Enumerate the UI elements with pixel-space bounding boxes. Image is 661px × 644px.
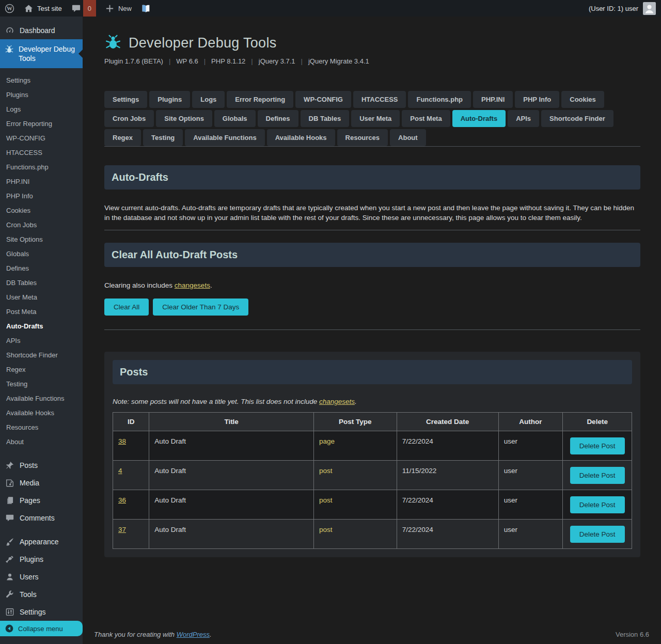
delete-post-button[interactable]: Delete Post bbox=[570, 526, 625, 543]
submenu-item-shortcode-finder[interactable]: Shortcode Finder bbox=[0, 348, 83, 363]
comments-link[interactable] bbox=[67, 0, 83, 17]
tab-regex[interactable]: Regex bbox=[104, 129, 141, 146]
post-id-link[interactable]: 4 bbox=[118, 467, 122, 475]
submenu-item-available-hooks[interactable]: Available Hooks bbox=[0, 406, 83, 420]
sidebar-item-label: Tools bbox=[20, 590, 37, 599]
post-type-value: post bbox=[319, 526, 333, 533]
site-name-link[interactable]: Test site bbox=[19, 0, 67, 17]
new-content-button[interactable]: New bbox=[100, 0, 136, 17]
tab-site-options[interactable]: Site Options bbox=[156, 110, 212, 127]
sidebar-item-comments[interactable]: Comments bbox=[0, 509, 83, 527]
cell-title: Auto Draft bbox=[149, 431, 314, 461]
post-id-link[interactable]: 36 bbox=[118, 496, 126, 504]
delete-post-button[interactable]: Delete Post bbox=[570, 437, 625, 454]
tab-user-meta[interactable]: User Meta bbox=[351, 110, 400, 127]
tab-wp-config[interactable]: WP-CONFIG bbox=[295, 91, 351, 108]
clear-older-button[interactable]: Clear Older Than 7 Days bbox=[153, 299, 248, 316]
tab-defines[interactable]: Defines bbox=[258, 110, 298, 127]
submenu-item-user-meta[interactable]: User Meta bbox=[0, 290, 83, 305]
submenu-item-cron-jobs[interactable]: Cron Jobs bbox=[0, 218, 83, 232]
tab-cookies[interactable]: Cookies bbox=[561, 91, 604, 108]
media-icon bbox=[5, 478, 15, 488]
footer: Thank you for creating with WordPress. V… bbox=[94, 621, 649, 644]
changesets-link[interactable]: changesets bbox=[319, 398, 355, 405]
submenu-item-php-info[interactable]: PHP Info bbox=[0, 189, 83, 203]
submenu-item-about[interactable]: About bbox=[0, 435, 83, 449]
changesets-link[interactable]: changesets bbox=[175, 281, 210, 289]
submenu-item-settings[interactable]: Settings bbox=[0, 73, 83, 88]
sidebar-item-appearance[interactable]: Appearance bbox=[0, 533, 83, 551]
tab-db-tables[interactable]: DB Tables bbox=[301, 110, 350, 127]
tab-plugins[interactable]: Plugins bbox=[149, 91, 190, 108]
tab-php-ini[interactable]: PHP.INI bbox=[473, 91, 513, 108]
cell-id: 37 bbox=[113, 520, 149, 549]
tab-htaccess[interactable]: HTACCESS bbox=[353, 91, 406, 108]
clear-all-button[interactable]: Clear All bbox=[104, 299, 149, 316]
sidebar-item-plugins[interactable]: Plugins bbox=[0, 551, 83, 568]
sidebar-item-label: Appearance bbox=[20, 538, 59, 546]
submenu-item-auto-drafts[interactable]: Auto-Drafts bbox=[0, 319, 83, 334]
cell-title: Auto Draft bbox=[149, 461, 314, 490]
submenu-item-db-tables[interactable]: DB Tables bbox=[0, 276, 83, 290]
wordpress-link[interactable]: WordPress bbox=[177, 631, 210, 638]
submenu-item-logs[interactable]: Logs bbox=[0, 102, 83, 117]
tab-error-reporting[interactable]: Error Reporting bbox=[227, 91, 293, 108]
tab-globals[interactable]: Globals bbox=[214, 110, 256, 127]
sidebar-item-tools[interactable]: Tools bbox=[0, 586, 83, 603]
tab-php-info[interactable]: PHP Info bbox=[515, 91, 559, 108]
tab-settings[interactable]: Settings bbox=[104, 91, 147, 108]
tab-available-functions[interactable]: Available Functions bbox=[185, 129, 264, 146]
meta-separator: | bbox=[245, 57, 258, 65]
sidebar-item-users[interactable]: Users bbox=[0, 568, 83, 586]
submenu-item-testing[interactable]: Testing bbox=[0, 377, 83, 391]
tab-apis[interactable]: APIs bbox=[508, 110, 539, 127]
submenu-item-php-ini[interactable]: PHP.INI bbox=[0, 175, 83, 189]
footer-thanks-suffix: . bbox=[210, 631, 212, 638]
collapse-menu-button[interactable]: Collapse menu bbox=[0, 621, 83, 636]
comment-count-badge[interactable]: 0 bbox=[83, 0, 96, 17]
tab-about[interactable]: About bbox=[390, 129, 426, 146]
delete-post-button[interactable]: Delete Post bbox=[570, 496, 625, 513]
wordpress-menu-button[interactable]: W bbox=[0, 0, 19, 17]
sidebar-item-media[interactable]: Media bbox=[0, 474, 83, 492]
tab-resources[interactable]: Resources bbox=[337, 129, 388, 146]
sidebar-item-dashboard[interactable]: Dashboard bbox=[0, 22, 83, 39]
submenu-item-post-meta[interactable]: Post Meta bbox=[0, 305, 83, 319]
submenu-item-defines[interactable]: Defines bbox=[0, 261, 83, 276]
post-type-value: post bbox=[319, 467, 333, 475]
tab-cron-jobs[interactable]: Cron Jobs bbox=[104, 110, 154, 127]
submenu-item-available-functions[interactable]: Available Functions bbox=[0, 391, 83, 406]
tab-available-hooks[interactable]: Available Hooks bbox=[267, 129, 335, 146]
submenu-item-site-options[interactable]: Site Options bbox=[0, 232, 83, 247]
submenu-item-apis[interactable]: APIs bbox=[0, 334, 83, 348]
tab-auto-drafts[interactable]: Auto-Drafts bbox=[452, 110, 506, 127]
submenu-item-htaccess[interactable]: HTACCESS bbox=[0, 146, 83, 160]
submenu-item-resources[interactable]: Resources bbox=[0, 420, 83, 435]
post-id-link[interactable]: 38 bbox=[118, 437, 126, 445]
sidebar-item-pages[interactable]: Pages bbox=[0, 492, 83, 509]
delete-post-button[interactable]: Delete Post bbox=[570, 467, 625, 484]
tab-logs[interactable]: Logs bbox=[192, 91, 225, 108]
tab-shortcode-finder[interactable]: Shortcode Finder bbox=[541, 110, 613, 127]
post-id-link[interactable]: 37 bbox=[118, 526, 126, 533]
column-header-id: ID bbox=[113, 413, 149, 431]
submenu-item-regex[interactable]: Regex bbox=[0, 363, 83, 377]
account-menu[interactable]: (User ID: 1) user bbox=[584, 0, 661, 17]
debug-tools-adminbar-button[interactable] bbox=[136, 0, 155, 17]
submenu-item-wp-config[interactable]: WP-CONFIG bbox=[0, 131, 83, 146]
submenu-item-globals[interactable]: Globals bbox=[0, 247, 83, 261]
submenu-item-plugins[interactable]: Plugins bbox=[0, 88, 83, 102]
tab-testing[interactable]: Testing bbox=[143, 129, 183, 146]
sidebar-item-developer-debug-tools[interactable]: Developer Debug Tools bbox=[0, 39, 83, 68]
sidebar-item-settings[interactable]: Settings bbox=[0, 603, 83, 621]
sidebar-item-posts[interactable]: Posts bbox=[0, 457, 83, 474]
submenu-item-functions-php[interactable]: Functions.php bbox=[0, 160, 83, 175]
cell-author: user bbox=[498, 431, 563, 461]
submenu-item-cookies[interactable]: Cookies bbox=[0, 203, 83, 218]
tab-functions-php[interactable]: Functions.php bbox=[408, 91, 471, 108]
posts-note-suffix: . bbox=[355, 398, 357, 405]
wordpress-logo-icon: W bbox=[5, 4, 14, 13]
tab-post-meta[interactable]: Post Meta bbox=[402, 110, 450, 127]
post-type-value: post bbox=[319, 496, 333, 504]
submenu-item-error-reporting[interactable]: Error Reporting bbox=[0, 117, 83, 131]
